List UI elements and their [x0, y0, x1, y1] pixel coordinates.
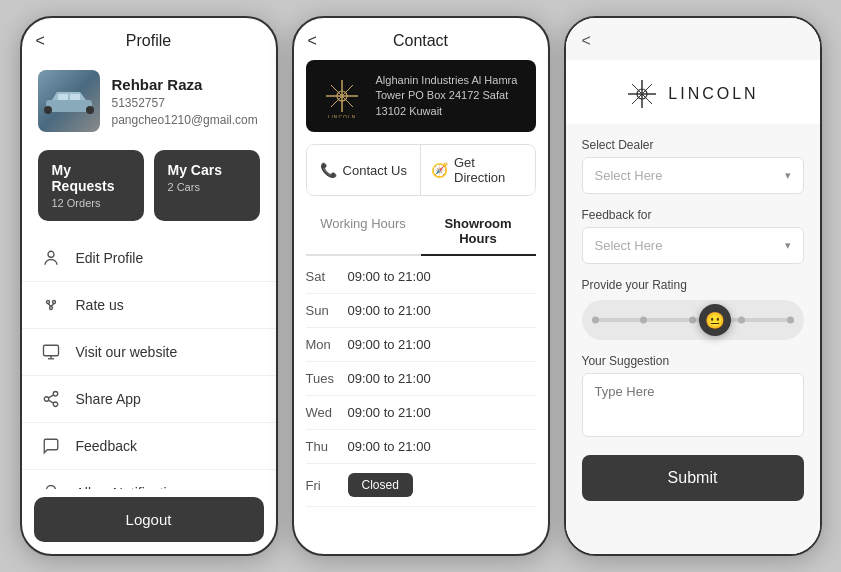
- navigation-icon: 🧭: [431, 162, 448, 178]
- time-sun: 09:00 to 21:00: [348, 303, 431, 318]
- profile-screen: < Profile: [20, 16, 278, 556]
- svg-line-10: [51, 304, 54, 307]
- suggestion-input[interactable]: [582, 373, 804, 437]
- closed-button[interactable]: Closed: [348, 473, 413, 497]
- svg-rect-11: [43, 345, 58, 356]
- rating-slider-container[interactable]: 😐: [582, 300, 804, 340]
- lincoln-emblem-icon: [626, 78, 658, 110]
- suggestion-label: Your Suggestion: [582, 354, 804, 368]
- day-thu: Thu: [306, 439, 348, 454]
- cars-card[interactable]: My Cars 2 Cars: [154, 150, 260, 221]
- day-sun: Sun: [306, 303, 348, 318]
- rating-dot-4: [738, 317, 745, 324]
- stats-cards: My Requests 12 Orders My Cars 2 Cars: [22, 146, 276, 235]
- contact-us-label: Contact Us: [343, 163, 407, 178]
- lincoln-brand-section: LINCOLN: [566, 60, 820, 124]
- rating-thumb[interactable]: 😐: [699, 304, 731, 336]
- contact-screen: < Contact LINCOLN: [292, 16, 550, 556]
- menu-item-share-app[interactable]: Share App: [22, 376, 276, 423]
- cars-card-title: My Cars: [168, 162, 246, 178]
- menu-item-notifications[interactable]: Allow Notification: [22, 470, 276, 489]
- feedback-screen: < LINCOLN Select Dealer: [564, 16, 822, 556]
- svg-point-7: [52, 301, 55, 304]
- share-app-label: Share App: [76, 391, 141, 407]
- rate-icon: [40, 294, 62, 316]
- avatar: [38, 70, 100, 132]
- svg-point-15: [44, 397, 49, 402]
- requests-card[interactable]: My Requests 12 Orders: [38, 150, 144, 221]
- tab-showroom-hours[interactable]: Showroom Hours: [421, 208, 536, 256]
- contact-header: < Contact: [294, 18, 548, 60]
- rating-field: Provide your Rating �: [582, 278, 804, 340]
- submit-button[interactable]: Submit: [582, 455, 804, 501]
- feedback-for-field: Feedback for Select Here ▾: [582, 208, 804, 264]
- day-tues: Tues: [306, 371, 348, 386]
- table-row: Tues 09:00 to 21:00: [306, 362, 536, 396]
- rating-dot-3: [689, 317, 696, 324]
- share-icon: [40, 388, 62, 410]
- table-row: Fri Closed: [306, 464, 536, 507]
- action-buttons: 📞 Contact Us 🧭 Get Direction: [306, 144, 536, 196]
- svg-point-8: [49, 307, 52, 310]
- day-fri: Fri: [306, 478, 348, 493]
- user-name: Rehbar Raza: [112, 76, 258, 93]
- feedback-for-label: Feedback for: [582, 208, 804, 222]
- logout-button[interactable]: Logout: [34, 497, 264, 542]
- select-dealer-field: Select Dealer Select Here ▾: [582, 138, 804, 194]
- dealer-card: LINCOLN Alghanin Industries Al Hamra Tow…: [306, 60, 536, 132]
- profile-header: < Profile: [22, 18, 276, 60]
- table-row: Sun 09:00 to 21:00: [306, 294, 536, 328]
- dealer-address: Alghanin Industries Al Hamra Tower PO Bo…: [376, 73, 522, 119]
- time-tues: 09:00 to 21:00: [348, 371, 431, 386]
- rating-emoji: 😐: [705, 311, 725, 330]
- get-direction-button[interactable]: 🧭 Get Direction: [421, 145, 535, 195]
- tab-working-hours[interactable]: Working Hours: [306, 208, 421, 254]
- user-section: Rehbar Raza 51352757 pangcheo1210@gmail.…: [22, 60, 276, 146]
- menu-item-edit-profile[interactable]: Edit Profile: [22, 235, 276, 282]
- rating-dots: [592, 317, 794, 324]
- car-image-icon: [42, 86, 96, 116]
- svg-rect-4: [70, 94, 80, 100]
- rating-label: Provide your Rating: [582, 278, 804, 292]
- feedback-form: Select Dealer Select Here ▾ Feedback for…: [566, 124, 820, 554]
- feedback-back-button[interactable]: <: [582, 32, 591, 50]
- back-button[interactable]: <: [36, 32, 45, 50]
- lincoln-logo: LINCOLN: [320, 70, 364, 122]
- rating-track: [592, 318, 794, 322]
- hours-list: Sat 09:00 to 21:00 Sun 09:00 to 21:00 Mo…: [294, 256, 548, 554]
- table-row: Wed 09:00 to 21:00: [306, 396, 536, 430]
- menu-item-website[interactable]: Visit our website: [22, 329, 276, 376]
- table-row: Mon 09:00 to 21:00: [306, 328, 536, 362]
- select-dealer-label: Select Dealer: [582, 138, 804, 152]
- svg-line-18: [48, 395, 53, 398]
- svg-rect-1: [44, 106, 52, 114]
- table-row: Sat 09:00 to 21:00: [306, 260, 536, 294]
- dealer-info: Alghanin Industries Al Hamra Tower PO Bo…: [376, 73, 522, 119]
- rating-dot-5: [787, 317, 794, 324]
- hours-tabs: Working Hours Showroom Hours: [306, 208, 536, 256]
- table-row: Thu 09:00 to 21:00: [306, 430, 536, 464]
- phone-icon: 📞: [320, 162, 337, 178]
- avatar-image: [38, 70, 100, 132]
- svg-point-14: [53, 392, 58, 397]
- requests-card-title: My Requests: [52, 162, 130, 194]
- time-wed: 09:00 to 21:00: [348, 405, 431, 420]
- lincoln-logo-icon: LINCOLN: [320, 74, 364, 118]
- chevron-down-icon: ▾: [785, 169, 791, 182]
- svg-rect-0: [46, 100, 92, 112]
- website-icon: [40, 341, 62, 363]
- menu-item-feedback[interactable]: Feedback: [22, 423, 276, 470]
- bell-icon: [40, 482, 62, 489]
- contact-us-button[interactable]: 📞 Contact Us: [307, 145, 422, 195]
- svg-rect-2: [86, 106, 94, 114]
- svg-point-5: [48, 251, 54, 257]
- feedback-for-placeholder: Select Here: [595, 238, 663, 253]
- edit-profile-label: Edit Profile: [76, 250, 144, 266]
- menu-item-rate-us[interactable]: Rate us: [22, 282, 276, 329]
- feedback-for-dropdown[interactable]: Select Here ▾: [582, 227, 804, 264]
- contact-back-button[interactable]: <: [308, 32, 317, 50]
- time-thu: 09:00 to 21:00: [348, 439, 431, 454]
- svg-point-6: [46, 301, 49, 304]
- rate-us-label: Rate us: [76, 297, 124, 313]
- select-dealer-dropdown[interactable]: Select Here ▾: [582, 157, 804, 194]
